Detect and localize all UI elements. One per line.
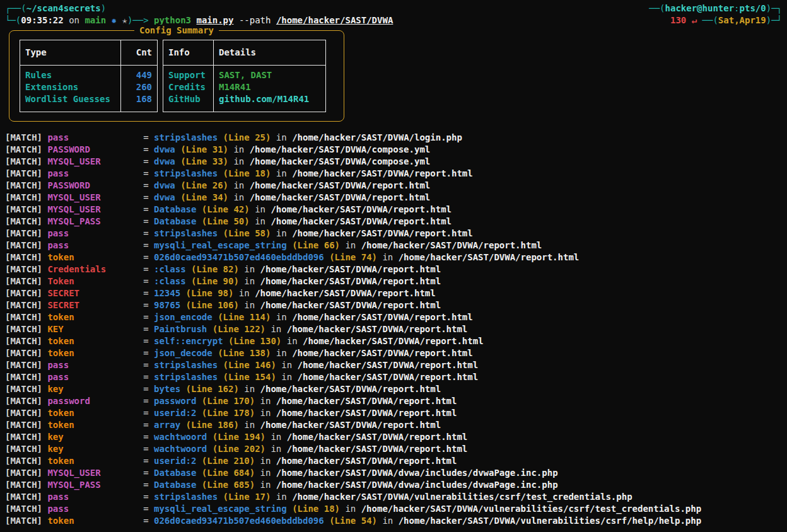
match-value: bytes (154, 384, 180, 394)
line-ref: (Line 54) (329, 516, 377, 526)
line-ref: (Line 58) (223, 228, 271, 238)
equals-sign: = (143, 180, 148, 190)
match-tag: [MATCH] (5, 240, 47, 252)
in-word: in (276, 168, 287, 178)
prompt-line-2-right: 130 ↵──(Sat,Apr19)─┘ (670, 14, 782, 26)
match-row: [MATCH]pass=stripslashes(Line 25)in/home… (5, 132, 782, 144)
line-ref: (Line 66) (292, 240, 340, 250)
config-info-value: M14R41 (214, 81, 326, 93)
match-list: [MATCH]pass=stripslashes(Line 25)in/home… (5, 132, 782, 527)
match-key: MYSQL_USER (47, 156, 143, 168)
in-word: in (271, 324, 281, 334)
file-path: /home/hacker/SAST/DVWA/report.html (271, 216, 452, 226)
match-tag: [MATCH] (5, 395, 47, 407)
equals-sign: = (143, 264, 148, 274)
match-key: key (47, 443, 143, 455)
equals-sign: = (143, 420, 148, 430)
line-ref: (Line 162) (186, 384, 239, 394)
config-info-value: SAST, DAST (214, 66, 326, 82)
in-word: in (276, 228, 287, 238)
match-value: wachtwoord (154, 432, 207, 442)
match-value: dvwa (154, 144, 175, 154)
current-directory: ~/scan4secrets (26, 3, 101, 13)
in-word: in (276, 348, 287, 358)
line-ref: (Line 202) (213, 444, 265, 454)
type-count-table: Type Cnt Rules449Extensions260Wordlist G… (20, 40, 158, 112)
file-path: /home/hacker/SAST/DVWA/report.html (361, 240, 542, 250)
info-column-header: Info (163, 40, 214, 66)
in-word: in (244, 276, 255, 286)
match-row: [MATCH]token=userid:2(Line 178)in/home/h… (5, 407, 782, 419)
match-value: wachtwoord (154, 444, 207, 454)
file-path: /home/hacker/SAST/DVWA/report.html (260, 264, 441, 274)
info-table-body: SupportSAST, DASTCreditsM14R41GitHubgith… (163, 66, 326, 112)
line-ref: (Line 138) (218, 348, 271, 358)
in-word: in (260, 480, 271, 490)
match-key: key (47, 383, 143, 395)
file-path: /home/hacker/SAST/DVWA/login.php (292, 132, 462, 142)
on-word: on (69, 15, 79, 25)
match-tag: [MATCH] (5, 503, 47, 515)
match-value: self::encrypt (154, 336, 223, 346)
file-path: /home/hacker/SAST/DVWA/report.html (250, 192, 431, 202)
match-value: stripslashes (154, 132, 218, 142)
config-info-label: Credits (163, 81, 214, 93)
match-value: userid:2 (154, 456, 196, 466)
match-key: KEY (47, 323, 143, 335)
match-tag: [MATCH] (5, 180, 47, 192)
match-row: [MATCH]MYSQL_PASS=Database(Line 685)in/h… (5, 479, 782, 491)
match-key: token (47, 455, 143, 467)
match-row: [MATCH]MYSQL_PASS=Database(Line 50)in/ho… (5, 216, 782, 228)
match-value: json_decode (154, 348, 213, 358)
line-ref: (Line 114) (218, 312, 271, 322)
file-path: /home/hacker/SAST/DVWA/report.html (260, 300, 441, 310)
match-tag: [MATCH] (5, 371, 47, 383)
equals-sign: = (143, 216, 148, 226)
in-word: in (233, 192, 244, 202)
config-type-label: Extensions (20, 81, 121, 93)
config-type-label: Rules (20, 66, 121, 82)
type-table-row: Extensions260 (20, 81, 158, 93)
match-tag: [MATCH] (5, 204, 47, 216)
match-key: pass (47, 371, 143, 383)
frame-corner-bottom-left: └─( (5, 15, 21, 25)
match-key: token (47, 419, 143, 431)
equals-sign: = (143, 300, 148, 310)
match-row: [MATCH]password=password(Line 170)in/hom… (5, 395, 782, 407)
match-row: [MATCH]pass=stripslashes(Line 146)in/hom… (5, 359, 782, 371)
match-tag: [MATCH] (5, 443, 47, 455)
equals-sign: = (143, 468, 148, 478)
file-path: /home/hacker/SAST/DVWA/report.html (260, 420, 441, 430)
line-ref: (Line 26) (180, 180, 228, 190)
type-table-row: Wordlist Guesses168 (20, 93, 158, 112)
in-word: in (345, 240, 356, 250)
match-key: PASSWORD (47, 144, 143, 156)
file-path: /home/hacker/SAST/DVWA/report.html (298, 360, 479, 370)
match-key: pass (47, 359, 143, 371)
match-value: dvwa (154, 156, 175, 166)
match-row: [MATCH]token=026d0caed93471b507ed460ebdd… (5, 515, 782, 527)
match-key: pass (47, 491, 143, 503)
match-key: token (47, 407, 143, 419)
in-word: in (287, 336, 298, 346)
match-key: password (47, 395, 143, 407)
in-word: in (244, 264, 255, 274)
file-path: /home/hacker/SAST/DVWA/report.html (276, 396, 457, 406)
line-ref: (Line 684) (202, 468, 255, 478)
tty-name: pts/0 (740, 3, 766, 13)
prompt-time: 09:35:22 (21, 15, 63, 25)
file-path: /home/hacker/SAST/DVWA/dvwa/includes/dvw… (276, 480, 558, 490)
file-path: /home/hacker/SAST/DVWA/vulnerabilities/c… (361, 504, 701, 514)
equals-sign: = (143, 228, 148, 238)
match-value: Paintbrush (154, 324, 207, 334)
equals-sign: = (143, 132, 148, 142)
prompt-arrow: )──> (127, 15, 149, 25)
github-link[interactable]: github.com/M14R41 (214, 93, 326, 112)
equals-sign: = (143, 372, 148, 382)
match-tag: [MATCH] (5, 407, 47, 419)
file-path: /home/hacker/SAST/DVWA/report.html (399, 252, 580, 262)
match-value: 026d0caed93471b507ed460ebddbd096 (154, 252, 324, 262)
match-row: [MATCH]MYSQL_USER=dvwa(Line 33)in/home/h… (5, 156, 782, 168)
terminal-screen: ┌──(~/scan4secrets) ──(hacker@hunter:pts… (0, 0, 787, 532)
match-tag: [MATCH] (5, 252, 47, 263)
